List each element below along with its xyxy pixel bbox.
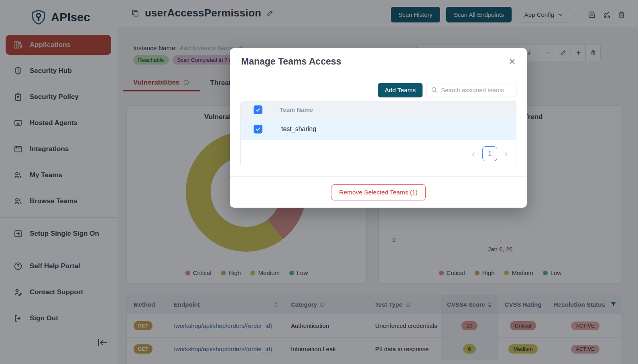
search-assigned-teams [427,83,516,97]
team-name: test_sharing [281,125,316,133]
team-name-column-header: Team Name [280,106,313,113]
prev-page-icon[interactable]: ‹ [470,149,477,159]
modal-toolbar: Add Teams [240,83,516,97]
next-page-icon[interactable]: › [503,149,509,159]
manage-teams-modal: Manage Teams Access ✕ Add Teams Team Nam… [230,48,527,208]
modal-header: Manage Teams Access ✕ [230,48,527,76]
teams-pagination: ‹ 1 › [241,140,516,167]
remove-selected-teams-button[interactable]: Remove Selected Teams (1) [331,184,425,200]
select-all-checkbox[interactable] [254,105,262,114]
search-input[interactable] [427,83,516,97]
teams-table-header: Team Name [241,101,516,118]
add-teams-button[interactable]: Add Teams [378,83,423,97]
teams-table: Team Name test_sharing ‹ 1 › [240,101,516,167]
page-number-button[interactable]: 1 [482,146,497,161]
modal-title: Manage Teams Access [241,56,341,67]
modal-footer: Remove Selected Teams (1) [230,176,527,208]
search-icon [431,86,438,93]
team-row-checkbox[interactable] [254,125,262,133]
close-icon[interactable]: ✕ [508,57,516,66]
team-row[interactable]: test_sharing [241,118,516,140]
